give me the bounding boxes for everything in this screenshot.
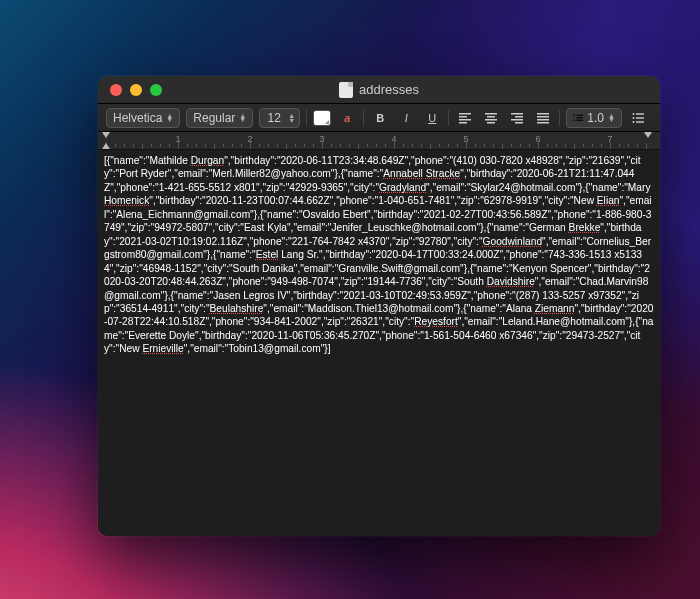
svg-rect-0 (459, 113, 471, 115)
svg-rect-15 (537, 122, 549, 124)
svg-rect-14 (537, 119, 549, 121)
line-spacing-value: 1.0 (587, 111, 604, 125)
align-justify-icon (537, 112, 549, 124)
line-spacing-select[interactable]: 1.0 ▲▼ (566, 108, 622, 128)
font-size-value: 12 (264, 111, 284, 125)
underline-button[interactable]: U (422, 109, 442, 127)
svg-point-21 (632, 113, 634, 115)
italic-button[interactable]: I (396, 109, 416, 127)
font-style-select[interactable]: Regular ▲▼ (186, 108, 253, 128)
svg-rect-6 (485, 119, 497, 121)
align-left-button[interactable] (455, 109, 475, 127)
document-content-area[interactable]: [{"name":"Mathilde Durgan","birthday":"2… (98, 150, 660, 536)
text-color-swatch[interactable] (313, 110, 331, 126)
traffic-lights (98, 84, 162, 96)
align-right-button[interactable] (507, 109, 527, 127)
align-justify-button[interactable] (533, 109, 553, 127)
font-family-value: Helvetica (113, 111, 162, 125)
svg-rect-26 (636, 121, 644, 122)
font-style-value: Regular (193, 111, 235, 125)
svg-rect-10 (511, 119, 523, 121)
svg-rect-8 (511, 113, 523, 115)
svg-rect-12 (537, 113, 549, 115)
list-icon (632, 112, 644, 124)
chevron-updown-icon: ▲▼ (608, 114, 615, 122)
titlebar[interactable]: addresses (98, 76, 660, 104)
svg-rect-22 (636, 113, 644, 114)
chevron-updown-icon: ▲▼ (166, 114, 173, 122)
svg-rect-17 (577, 117, 584, 118)
svg-marker-20 (573, 119, 576, 121)
svg-rect-24 (636, 117, 644, 118)
format-toolbar: Helvetica ▲▼ Regular ▲▼ 12 ▲▼ a B I U (98, 104, 660, 132)
separator (448, 110, 449, 126)
maximize-button[interactable] (150, 84, 162, 96)
svg-rect-3 (459, 122, 467, 124)
align-center-button[interactable] (481, 109, 501, 127)
window-title-text: addresses (359, 82, 419, 97)
svg-point-25 (632, 121, 634, 123)
svg-rect-9 (515, 116, 523, 118)
font-family-select[interactable]: Helvetica ▲▼ (106, 108, 180, 128)
minimize-button[interactable] (130, 84, 142, 96)
separator (306, 110, 307, 126)
svg-rect-16 (577, 114, 584, 115)
close-button[interactable] (110, 84, 122, 96)
chevron-updown-icon: ▲▼ (239, 114, 246, 122)
document-text[interactable]: [{"name":"Mathilde Durgan","birthday":"2… (104, 154, 654, 356)
svg-rect-7 (487, 122, 495, 124)
svg-rect-2 (459, 119, 471, 121)
window-title: addresses (98, 82, 660, 98)
align-center-icon (485, 112, 497, 124)
ruler[interactable]: 1234567 (98, 132, 660, 150)
svg-rect-5 (487, 116, 495, 118)
line-spacing-icon (573, 113, 583, 123)
document-icon (339, 82, 353, 98)
highlight-color-button[interactable]: a (337, 109, 357, 127)
font-size-stepper[interactable]: 12 ▲▼ (259, 108, 300, 128)
svg-marker-19 (573, 113, 576, 115)
svg-rect-1 (459, 116, 467, 118)
stepper-arrows-icon: ▲▼ (288, 113, 295, 123)
svg-point-23 (632, 117, 634, 119)
separator (363, 110, 364, 126)
svg-rect-18 (577, 119, 584, 120)
separator (559, 110, 560, 126)
svg-rect-11 (515, 122, 523, 124)
lists-button[interactable] (628, 109, 648, 127)
align-left-icon (459, 112, 471, 124)
svg-rect-4 (485, 113, 497, 115)
bold-button[interactable]: B (370, 109, 390, 127)
align-right-icon (511, 112, 523, 124)
textedit-window: addresses Helvetica ▲▼ Regular ▲▼ 12 ▲▼ … (98, 76, 660, 536)
svg-rect-13 (537, 116, 549, 118)
